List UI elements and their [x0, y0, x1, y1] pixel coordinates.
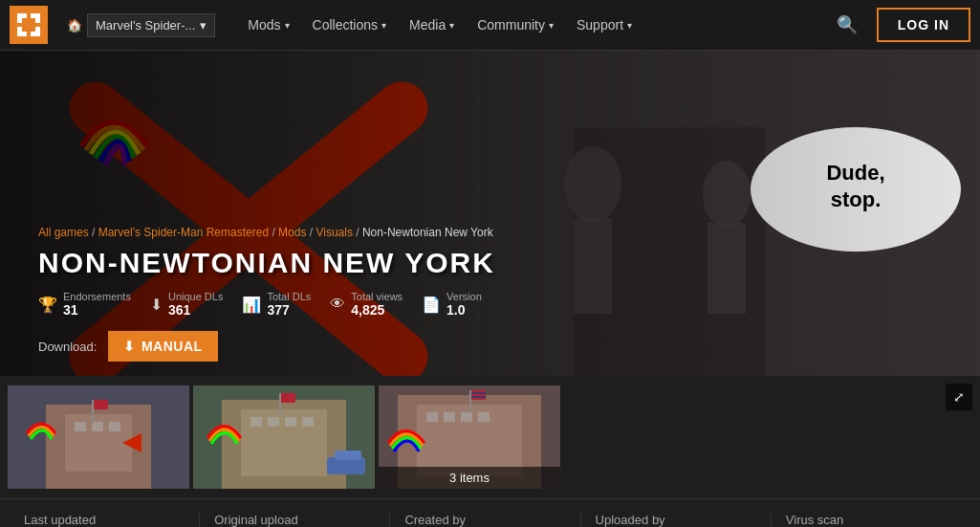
svg-rect-45 — [469, 390, 471, 411]
chevron-down-icon: ▾ — [285, 20, 290, 31]
nav-media-label: Media — [409, 17, 446, 33]
home-icon: 🏠 — [67, 18, 82, 33]
stat-unique-dls: ⬇ Unique DLs 361 — [150, 291, 223, 318]
svg-rect-48 — [471, 394, 486, 396]
eye-icon: 👁 — [330, 296, 345, 313]
expand-gallery-button[interactable]: ⤢ — [946, 384, 972, 410]
download-icon: ⬇ — [123, 339, 136, 354]
nav-media[interactable]: Media ▾ — [398, 0, 466, 51]
footer-last-updated: Last updated 15 August 2022, 2:28AM — [19, 513, 200, 527]
svg-rect-33 — [302, 417, 314, 427]
thumbnail-2[interactable] — [193, 385, 375, 489]
search-button[interactable]: 🔍 — [825, 0, 869, 51]
thumbnail-3[interactable]: 3 items — [379, 385, 560, 489]
mod-stats: 🏆 Endorsements 31 ⬇ Unique DLs 361 📊 Tot… — [38, 291, 942, 318]
home-link[interactable]: 🏠 Marvel's Spider-... ▾ — [59, 13, 229, 37]
thumbnail-1[interactable] — [8, 385, 189, 489]
breadcrumb-sep: / — [92, 226, 98, 239]
svg-rect-23 — [109, 422, 120, 431]
trophy-icon: 🏆 — [38, 296, 57, 314]
manual-download-button[interactable]: ⬇ MANUAL — [108, 331, 217, 362]
unique-dls-label: Unique DLs — [168, 291, 223, 302]
total-dls-label: Total DLs — [267, 291, 311, 302]
svg-rect-31 — [268, 417, 279, 427]
chevron-down-icon: ▾ — [449, 20, 454, 31]
svg-rect-24 — [92, 400, 94, 424]
breadcrumb-current: Non-Newtonian New York — [362, 226, 493, 239]
svg-rect-47 — [471, 390, 486, 392]
navbar: 🏠 Marvel's Spider-... ▾ Mods ▾ Collectio… — [0, 0, 980, 51]
svg-rect-37 — [335, 450, 361, 460]
mod-title: NON-NEWTONIAN NEW YORK — [38, 247, 942, 279]
svg-rect-35 — [281, 393, 295, 403]
nav-mods-label: Mods — [248, 17, 280, 33]
breadcrumb-mods[interactable]: Mods — [278, 226, 306, 239]
chart-icon: 📊 — [242, 296, 261, 314]
total-views-label: Total views — [351, 291, 403, 302]
nav-collections[interactable]: Collections ▾ — [301, 0, 398, 51]
nav-community[interactable]: Community ▾ — [466, 0, 565, 51]
breadcrumb-sep: / — [356, 226, 362, 239]
breadcrumb-all-games[interactable]: All games — [38, 226, 89, 239]
download-row: Download: ⬇ MANUAL — [38, 331, 942, 362]
stat-version: 📄 Version 1.0 — [422, 291, 482, 318]
footer-virus-scan: Virus scan ✓ Safe to use — [772, 513, 961, 527]
total-dls-value: 377 — [267, 302, 311, 318]
svg-rect-44 — [478, 412, 490, 422]
site-logo[interactable] — [10, 6, 48, 44]
endorsements-value: 31 — [63, 302, 131, 318]
thumb-1-image — [8, 385, 189, 489]
breadcrumb-game[interactable]: Marvel's Spider-Man Remastered — [98, 226, 269, 239]
chevron-down-icon: ▾ — [627, 20, 632, 31]
breadcrumb: All games / Marvel's Spider-Man Remaster… — [38, 226, 942, 239]
hero-content: All games / Marvel's Spider-Man Remaster… — [0, 226, 980, 376]
expand-icon: ⤢ — [953, 389, 965, 405]
manual-btn-label: MANUAL — [142, 339, 203, 354]
game-selector[interactable]: Marvel's Spider-... ▾ — [87, 13, 215, 37]
login-button[interactable]: LOG IN — [877, 8, 970, 42]
svg-rect-43 — [461, 412, 472, 422]
nav-mods[interactable]: Mods ▾ — [236, 0, 300, 51]
footer-info: Last updated 15 August 2022, 2:28AM Orig… — [0, 498, 980, 527]
search-icon: 🔍 — [837, 14, 858, 35]
game-name-label: Marvel's Spider-... — [96, 18, 195, 33]
nav-support[interactable]: Support ▾ — [565, 0, 643, 51]
download-label: Download: — [38, 340, 97, 354]
stat-total-views: 👁 Total views 4,825 — [330, 291, 403, 318]
nav-support-label: Support — [577, 17, 623, 33]
created-by-label: Created by — [404, 513, 565, 527]
svg-rect-42 — [444, 412, 455, 422]
version-label: Version — [446, 291, 482, 302]
original-upload-label: Original upload — [214, 513, 375, 527]
nav-collections-label: Collections — [313, 17, 378, 33]
svg-rect-32 — [285, 417, 296, 427]
file-icon: 📄 — [422, 296, 441, 314]
endorsements-label: Endorsements — [63, 291, 131, 302]
unique-dls-value: 361 — [168, 302, 223, 318]
last-updated-label: Last updated — [24, 513, 185, 527]
svg-rect-49 — [471, 398, 486, 400]
version-value: 1.0 — [446, 302, 482, 318]
chevron-down-icon: ▾ — [549, 20, 554, 31]
chevron-down-icon: ▾ — [381, 20, 386, 31]
virus-scan-label: Virus scan — [786, 513, 947, 527]
svg-rect-25 — [94, 400, 108, 409]
chevron-down-icon: ▾ — [200, 18, 207, 33]
svg-rect-41 — [426, 412, 438, 422]
footer-uploaded-by: Uploaded by MikeHawk232323231 — [581, 513, 772, 527]
svg-rect-21 — [75, 422, 86, 431]
thumb-2-image — [193, 385, 375, 489]
download-icon: ⬇ — [150, 296, 163, 314]
nav-community-label: Community — [477, 17, 545, 33]
game-title-btn[interactable]: Marvel's Spider-... ▾ — [87, 13, 221, 37]
uploaded-by-label: Uploaded by — [596, 513, 756, 527]
thumbnails-section: 3 items ⤢ — [0, 376, 980, 498]
svg-rect-4 — [22, 18, 35, 32]
footer-original-upload: Original upload 15 August 2022, 2:28AM — [200, 513, 390, 527]
breadcrumb-visuals[interactable]: Visuals — [316, 226, 352, 239]
stat-endorsements: 🏆 Endorsements 31 — [38, 291, 131, 318]
footer-created-by: Created by Mike Hawk — [390, 513, 580, 527]
total-views-value: 4,825 — [351, 302, 403, 318]
stat-total-dls: 📊 Total DLs 377 — [242, 291, 311, 318]
svg-rect-30 — [250, 417, 262, 427]
